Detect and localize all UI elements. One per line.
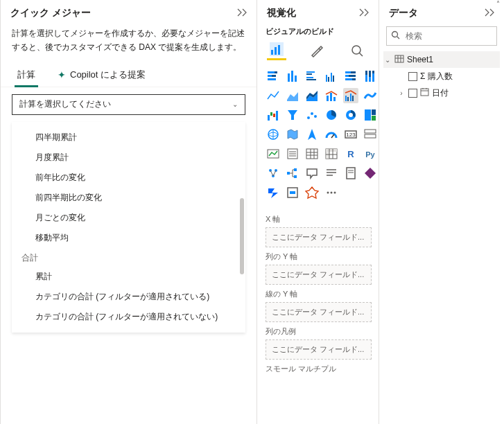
legend-well[interactable]: ここにデータ フィールド... [266, 339, 372, 360]
calc-option[interactable]: 月ごとの変化 [12, 208, 245, 228]
build-visual-tab[interactable] [267, 41, 286, 60]
search-input[interactable] [404, 30, 504, 42]
x-axis-label: X 軸 [266, 214, 372, 224]
quick-measure-desc: 計算を選択してメジャーを作成するか、必要なメジャーを記述すると、後でカスタマイズ… [1, 26, 257, 62]
map-icon[interactable] [266, 127, 281, 142]
matrix-icon[interactable] [324, 146, 339, 161]
multi-row-card-icon[interactable] [363, 127, 378, 142]
azure-map-icon[interactable] [304, 127, 320, 142]
stacked-bar-100-icon[interactable] [343, 69, 358, 84]
svg-rect-103 [421, 89, 428, 96]
svg-rect-58 [365, 130, 376, 133]
table-icon[interactable] [304, 146, 320, 161]
search-box[interactable] [386, 26, 497, 46]
svg-rect-14 [306, 71, 315, 73]
svg-point-94 [327, 192, 329, 194]
line-y-well[interactable]: ここにデータ フィールド... [266, 302, 372, 322]
clustered-column-icon[interactable] [324, 69, 339, 84]
scatter-icon[interactable] [304, 107, 320, 123]
collapse-icon[interactable] [237, 8, 248, 19]
svg-rect-35 [330, 93, 332, 101]
power-apps-icon[interactable] [363, 166, 378, 181]
svg-line-82 [273, 170, 276, 176]
tab-copilot[interactable]: ✦ Copilot による提案 [55, 62, 148, 87]
filled-map-icon[interactable] [285, 127, 300, 142]
donut-icon[interactable] [343, 107, 358, 123]
svg-rect-38 [347, 97, 349, 101]
collapse-icon[interactable] [485, 8, 496, 19]
area-chart-icon[interactable] [285, 88, 300, 103]
data-pane: データ ⌄ Sheet1 Σ 購入数 › [379, 0, 504, 424]
sparkle-icon: ✦ [58, 70, 66, 80]
table-icon [394, 54, 404, 66]
svg-rect-11 [288, 73, 290, 82]
analytics-tab[interactable] [347, 41, 367, 60]
checkbox[interactable] [408, 72, 417, 81]
calculation-combo[interactable]: 計算を選択してください ⌄ [12, 94, 245, 115]
stacked-column-icon[interactable] [285, 69, 300, 84]
table-label: Sheet1 [407, 55, 433, 64]
calc-option[interactable]: 前年比の変化 [12, 168, 245, 188]
format-visual-tab[interactable] [307, 41, 327, 60]
stacked-area-icon[interactable] [304, 88, 320, 103]
collapse-icon[interactable] [359, 8, 370, 19]
stacked-bar-icon[interactable] [266, 69, 281, 84]
checkbox[interactable] [408, 89, 417, 98]
calc-option[interactable]: カテゴリの合計 (フィルターが適用されている) [12, 287, 245, 307]
caret-up-icon: ˄ [496, 0, 500, 8]
svg-rect-2 [275, 47, 277, 55]
paginated-report-icon[interactable] [343, 166, 358, 181]
stacked-column-100-icon[interactable] [363, 69, 378, 84]
line-clustered-column-icon[interactable] [343, 88, 358, 103]
svg-rect-51 [365, 109, 371, 121]
table-node-sheet1[interactable]: ⌄ Sheet1 [383, 51, 500, 68]
scrollbar-thumb[interactable] [240, 198, 244, 274]
svg-point-96 [334, 192, 336, 194]
visualizations-pane: 視覚化 ビジュアルのビルド [257, 0, 379, 424]
x-axis-well[interactable]: ここにデータ フィールド... [266, 227, 372, 247]
treemap-icon[interactable] [363, 107, 378, 123]
line-y-label: 線の Y 軸 [266, 289, 372, 299]
card-icon[interactable]: 123 [343, 127, 358, 142]
line-stacked-column-icon[interactable] [324, 88, 339, 103]
python-visual-icon[interactable]: Py [363, 146, 378, 161]
decomposition-tree-icon[interactable] [285, 166, 300, 181]
kpi-icon[interactable] [266, 146, 281, 161]
calculation-dropdown: 四半期累計 月度累計 前年比の変化 前四半期比の変化 月ごとの変化 移動平均 合… [12, 122, 245, 333]
power-automate-icon[interactable] [266, 185, 281, 200]
waterfall-icon[interactable] [266, 107, 281, 123]
svg-rect-84 [294, 168, 297, 171]
svg-rect-36 [333, 97, 336, 101]
svg-rect-72 [326, 149, 329, 159]
svg-rect-13 [295, 76, 297, 82]
calc-option[interactable]: 月度累計 [12, 148, 245, 168]
custom-visual-icon[interactable] [304, 185, 320, 200]
line-chart-icon[interactable] [266, 88, 281, 103]
gauge-icon[interactable] [324, 127, 339, 142]
slicer-icon[interactable] [285, 146, 300, 161]
ribbon-chart-icon[interactable] [363, 88, 378, 103]
more-visuals-icon[interactable] [324, 185, 339, 200]
svg-rect-3 [278, 45, 280, 55]
svg-point-95 [331, 192, 333, 194]
key-influencers-icon[interactable] [266, 166, 281, 181]
svg-rect-12 [291, 71, 293, 82]
clustered-bar-icon[interactable] [304, 69, 320, 84]
svg-line-81 [270, 170, 273, 176]
field-node-purchase[interactable]: Σ 購入数 [383, 68, 500, 85]
svg-rect-1 [271, 50, 273, 55]
calc-option[interactable]: 累計 [12, 267, 245, 287]
calc-option[interactable]: 移動平均 [12, 228, 245, 248]
qa-visual-icon[interactable] [304, 166, 320, 181]
field-node-date[interactable]: › 日付 [383, 85, 500, 101]
calc-option[interactable]: 前四半期比の変化 [12, 188, 245, 208]
calc-option[interactable]: 四半期累計 [12, 127, 245, 148]
tab-calculation[interactable]: 計算 [15, 62, 38, 87]
r-visual-icon[interactable]: R [343, 146, 358, 161]
calc-option[interactable]: カテゴリの合計 (フィルターが適用されていない) [12, 307, 245, 327]
column-y-well[interactable]: ここにデータ フィールド... [266, 265, 372, 285]
smart-narrative-icon[interactable] [324, 166, 339, 181]
card-new-icon[interactable] [285, 185, 300, 200]
pie-icon[interactable] [324, 107, 339, 123]
funnel-icon[interactable] [285, 107, 300, 123]
